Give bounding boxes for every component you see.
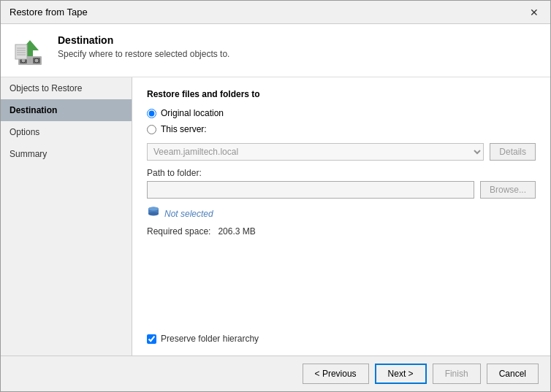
required-space-value: 206.3 MB — [218, 226, 255, 237]
required-space-label: Required space: — [147, 226, 210, 237]
window-title: Restore from Tape — [10, 7, 88, 18]
dialog-header: Destination Specify where to restore sel… — [1, 24, 550, 77]
close-button[interactable]: ✕ — [527, 5, 542, 20]
required-space: Required space: 206.3 MB — [147, 226, 536, 237]
path-label: Path to folder: — [147, 168, 536, 178]
header-icon — [12, 34, 48, 69]
previous-button[interactable]: < Previous — [303, 364, 369, 384]
server-row: Veeam.jamiltech.local Details — [147, 143, 536, 161]
svg-point-6 — [34, 58, 39, 63]
details-button[interactable]: Details — [490, 143, 536, 161]
server-select[interactable]: Veeam.jamiltech.local — [147, 143, 484, 161]
next-button[interactable]: Next > — [375, 364, 427, 384]
db-svg-icon — [147, 206, 160, 219]
svg-point-15 — [148, 207, 159, 211]
radio-this-server-label[interactable]: This server: — [147, 124, 536, 134]
restore-tape-icon — [12, 34, 48, 69]
sidebar-item-summary[interactable]: Summary — [1, 143, 132, 165]
svg-rect-4 — [28, 58, 31, 63]
database-icon — [147, 206, 160, 222]
preserve-checkbox-row: Preserve folder hierarchy — [147, 328, 536, 344]
svg-rect-7 — [15, 45, 27, 59]
radio-original-location-label[interactable]: Original location — [147, 108, 536, 118]
sidebar-item-destination[interactable]: Destination — [1, 99, 132, 121]
bottom-bar: < Previous Next > Finish Cancel — [1, 356, 550, 391]
radio-original-location-text: Original location — [161, 108, 224, 118]
content-wrapper: Objects to Restore Destination Options S… — [1, 77, 550, 356]
header-subtitle: Specify where to restore selected object… — [58, 49, 229, 59]
title-bar-left: Restore from Tape — [10, 7, 88, 18]
preserve-hierarchy-checkbox[interactable] — [147, 334, 156, 344]
browse-button[interactable]: Browse... — [480, 181, 536, 199]
header-text-area: Destination Specify where to restore sel… — [58, 34, 229, 59]
section-title: Restore files and folders to — [147, 89, 536, 99]
radio-this-server[interactable] — [147, 125, 156, 134]
title-bar: Restore from Tape ✕ — [1, 1, 550, 24]
path-input[interactable] — [147, 181, 474, 199]
finish-button[interactable]: Finish — [433, 364, 481, 384]
svg-point-14 — [148, 212, 159, 216]
sidebar-item-objects-to-restore[interactable]: Objects to Restore — [1, 77, 132, 99]
not-selected-row: Not selected — [147, 206, 536, 222]
header-title: Destination — [58, 34, 229, 46]
main-content: Restore files and folders to Original lo… — [132, 77, 550, 356]
radio-this-server-text: This server: — [161, 124, 207, 134]
cancel-button[interactable]: Cancel — [487, 364, 539, 384]
not-selected-text: Not selected — [164, 209, 213, 219]
sidebar-item-options[interactable]: Options — [1, 121, 132, 143]
dialog-window: Restore from Tape ✕ — [0, 0, 551, 392]
preserve-label: Preserve folder hierarchy — [161, 334, 259, 344]
path-row: Browse... — [147, 181, 536, 199]
sidebar: Objects to Restore Destination Options S… — [1, 77, 132, 356]
radio-group: Original location This server: — [147, 108, 536, 134]
radio-original-location[interactable] — [147, 109, 156, 118]
